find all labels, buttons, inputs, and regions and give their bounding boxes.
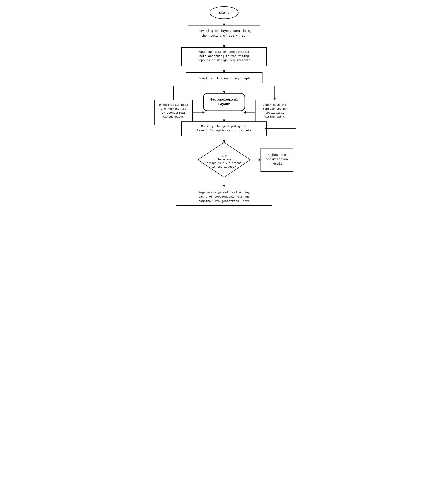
step1-line2: the routing of every net. [201,34,247,37]
svg-marker-16 [172,98,175,100]
diamond-line3: design rule violations [207,162,241,165]
diamond-line2: there any [216,158,232,161]
left-box-line1: Unmodifiable nets [159,103,188,107]
diamond-line1: are [222,154,226,157]
step4-line1: Modifiy the geotopological [201,125,247,128]
step2-line2: nets according to the timing [199,54,249,58]
adjust-line2: optimization [266,158,288,161]
step5-line2: paths of topological nets and [198,195,250,198]
step1-line1: Providing an layout containing [196,29,251,33]
center-box-line1: Geotopological [210,98,238,102]
step2-line1: Make the list of unmodifiable [198,50,250,54]
step5-line1: Regenerate geometrical wiring [198,191,250,194]
right-box-line4: wiring paths [264,115,285,118]
left-box-line4: wiring paths [163,115,184,118]
svg-marker-44 [223,185,225,187]
svg-marker-2 [223,24,225,26]
svg-marker-31 [223,119,225,122]
svg-marker-34 [223,140,225,142]
flowchart-container: start Providing an layout containing the… [148,4,300,234]
svg-marker-11 [223,91,225,93]
right-box-line1: Other nets are [263,103,287,107]
step2-line3: reports or design requirements [197,59,251,62]
left-box-line2: are represented [161,107,186,111]
step5-line3: combine with geometrical nets [198,199,250,203]
svg-marker-27 [203,111,205,114]
svg-marker-8 [223,70,225,73]
diamond-line4: in the layout? [212,165,236,169]
adjust-line3: result [271,162,282,165]
svg-marker-37 [258,159,261,161]
adjust-line1: Adjust the [268,153,286,157]
right-box-line2: represented by [263,107,287,111]
svg-rect-3 [188,26,260,41]
center-box-line2: Layout [218,102,230,106]
start-label: start [219,11,229,15]
svg-marker-29 [243,111,246,114]
step4-line2: layout for optimization targets [197,129,251,132]
right-box-line3: topological [265,111,284,114]
left-box-line3: by geometrical [161,111,185,114]
svg-rect-25 [203,93,245,111]
svg-marker-22 [273,98,276,100]
svg-marker-5 [223,45,225,48]
step3-label: Construct the encoding graph [198,77,250,80]
